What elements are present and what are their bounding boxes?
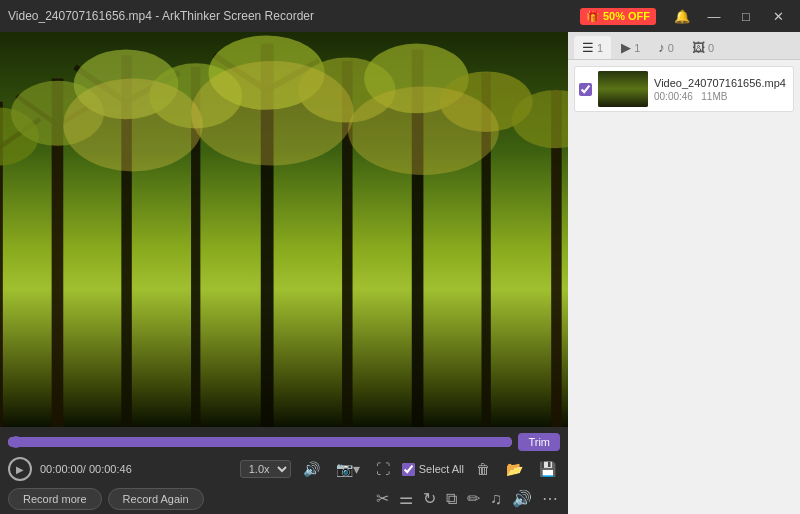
time-display: 00:00:00/ 00:00:46 (40, 463, 132, 475)
close-button[interactable]: ✕ (764, 6, 792, 26)
save-button-icon[interactable]: 💾 (535, 459, 560, 479)
minimize-button[interactable]: — (700, 6, 728, 26)
copy-tool-button[interactable]: ⧉ (444, 488, 459, 510)
cut-tool-button[interactable]: ✂ (374, 487, 391, 510)
file-checkbox[interactable] (579, 83, 592, 96)
bottom-controls: Trim ▶ 00:00:00/ 00:00:46 1.0x 0.5x 1.5x… (0, 427, 568, 514)
delete-button[interactable]: 🗑 (472, 459, 494, 479)
tab-image[interactable]: 🖼 0 (684, 36, 722, 59)
tab-video[interactable]: ☰ 1 (574, 36, 611, 59)
play-count: 1 (634, 42, 640, 54)
audio-mix-button[interactable]: ♫ (488, 488, 504, 510)
bell-button[interactable]: 🔔 (668, 6, 696, 26)
title-bar: Video_240707161656.mp4 - ArkThinker Scre… (0, 0, 800, 32)
tools-row: ✂ ⚌ ↻ ⧉ ✏ ♫ 🔊 ⋯ (374, 487, 560, 510)
promo-badge[interactable]: 🎁 50% OFF (580, 8, 656, 25)
play-icon: ▶ (621, 40, 631, 55)
image-count: 0 (708, 42, 714, 54)
speed-select[interactable]: 1.0x 0.5x 1.5x 2.0x (240, 460, 291, 478)
file-name: Video_240707161656.mp4 (654, 77, 789, 89)
progress-row: Trim (8, 433, 560, 451)
progress-thumb (10, 436, 22, 448)
audio-count: 0 (668, 42, 674, 54)
maximize-button[interactable]: □ (732, 6, 760, 26)
main-layout: Trim ▶ 00:00:00/ 00:00:46 1.0x 0.5x 1.5x… (0, 32, 800, 514)
video-count: 1 (597, 42, 603, 54)
tab-play[interactable]: ▶ 1 (613, 36, 648, 59)
adjust-tool-button[interactable]: ⚌ (397, 487, 415, 510)
right-tabs: ☰ 1 ▶ 1 ♪ 0 🖼 0 (568, 32, 800, 60)
file-list: Video_240707161656.mp4 00:00:46 11MB (568, 60, 800, 514)
select-all-checkbox[interactable] (402, 463, 415, 476)
video-background (0, 32, 568, 427)
file-thumb-inner (598, 71, 648, 107)
play-button[interactable]: ▶ (8, 457, 32, 481)
volume-icon-button[interactable]: 🔊 (299, 459, 324, 479)
rotate-tool-button[interactable]: ↻ (421, 487, 438, 510)
action-row: Record more Record Again ✂ ⚌ ↻ ⧉ ✏ ♫ 🔊 ⋯ (8, 487, 560, 510)
fullscreen-button[interactable]: ⛶ (372, 459, 394, 479)
right-panel: ☰ 1 ▶ 1 ♪ 0 🖼 0 (568, 32, 800, 514)
file-thumbnail (598, 71, 648, 107)
volume-tool-button[interactable]: 🔊 (510, 487, 534, 510)
svg-point-27 (63, 78, 202, 171)
image-icon: 🖼 (692, 40, 705, 55)
left-panel: Trim ▶ 00:00:00/ 00:00:46 1.0x 0.5x 1.5x… (0, 32, 568, 514)
svg-point-29 (348, 87, 499, 175)
folder-open-button[interactable]: 📂 (502, 459, 527, 479)
svg-point-28 (191, 61, 354, 166)
file-info: Video_240707161656.mp4 00:00:46 11MB (654, 77, 789, 102)
file-item[interactable]: Video_240707161656.mp4 00:00:46 11MB (574, 66, 794, 112)
progress-fill (8, 437, 512, 447)
record-again-button[interactable]: Record Again (108, 488, 204, 510)
window-title: Video_240707161656.mp4 - ArkThinker Scre… (8, 9, 314, 23)
tab-audio[interactable]: ♪ 0 (650, 36, 682, 59)
record-more-button[interactable]: Record more (8, 488, 102, 510)
trim-button[interactable]: Trim (518, 433, 560, 451)
playback-row: ▶ 00:00:00/ 00:00:46 1.0x 0.5x 1.5x 2.0x… (8, 457, 560, 481)
more-tools-button[interactable]: ⋯ (540, 487, 560, 510)
audio-icon: ♪ (658, 40, 665, 55)
select-all-label[interactable]: Select All (402, 463, 464, 476)
edit-tool-button[interactable]: ✏ (465, 487, 482, 510)
list-icon: ☰ (582, 40, 594, 55)
camera-button[interactable]: 📷▾ (332, 459, 364, 479)
progress-bar[interactable] (8, 437, 512, 447)
window-controls: 🎁 50% OFF 🔔 — □ ✕ (580, 6, 792, 26)
video-area (0, 32, 568, 427)
video-content (0, 32, 568, 427)
file-meta: 00:00:46 11MB (654, 91, 789, 102)
